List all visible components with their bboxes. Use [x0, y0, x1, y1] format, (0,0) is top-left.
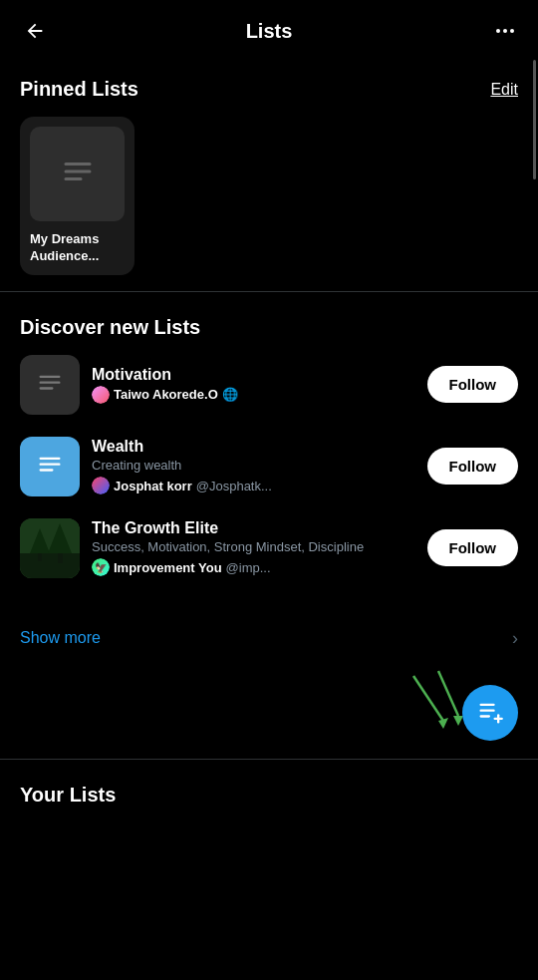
back-button[interactable]	[20, 16, 50, 46]
svg-marker-18	[438, 718, 448, 729]
dot2	[503, 29, 507, 33]
section-divider	[0, 291, 538, 292]
more-options-button[interactable]	[492, 25, 518, 37]
svg-rect-20	[480, 709, 495, 711]
list-thumbnail-wealth	[20, 437, 80, 496]
list-creator: Taiwo Akorede.O 🌐	[92, 386, 415, 404]
svg-rect-0	[64, 163, 91, 165]
show-more-row[interactable]: Show more ›	[0, 616, 538, 661]
creator-name: Josphat korr	[114, 479, 192, 493]
header: Lists	[0, 0, 538, 62]
list-desc: Success, Motivation, Strong Mindset, Dis…	[92, 539, 415, 554]
list-info-wealth: Wealth Creating wealth Josphat korr @Jos…	[92, 438, 415, 494]
svg-rect-10	[20, 553, 80, 578]
svg-rect-6	[40, 457, 61, 459]
creator-name: Improvement You	[114, 560, 222, 575]
create-list-button[interactable]	[462, 685, 518, 741]
chevron-right-icon: ›	[512, 628, 518, 649]
your-lists-title: Your Lists	[20, 784, 518, 807]
svg-rect-7	[40, 463, 61, 465]
pinned-list-card[interactable]: My DreamsAudience...	[20, 117, 134, 275]
fab-area	[0, 661, 538, 751]
svg-rect-4	[40, 381, 61, 383]
svg-rect-21	[480, 715, 491, 717]
list-creator: 🦅 Improvement You @imp...	[92, 558, 415, 576]
dot3	[510, 29, 514, 33]
svg-line-17	[413, 676, 443, 721]
list-info-growth: The Growth Elite Success, Motivation, St…	[92, 519, 415, 576]
list-name: Motivation	[92, 366, 415, 384]
follow-button-growth[interactable]: Follow	[427, 529, 519, 566]
pinned-lists-header: Pinned Lists Edit	[20, 78, 518, 101]
page-title: Lists	[246, 20, 293, 43]
pinned-lists-section: Pinned Lists Edit My DreamsAudience...	[0, 62, 538, 283]
list-desc: Creating wealth	[92, 458, 415, 473]
list-name: Wealth	[92, 438, 415, 456]
creator-handle: @imp...	[226, 560, 271, 575]
creator-avatar	[92, 386, 110, 404]
follow-button-wealth[interactable]: Follow	[427, 448, 519, 485]
svg-line-15	[438, 671, 458, 716]
creator-avatar	[92, 477, 110, 494]
svg-rect-8	[40, 469, 54, 471]
creator-name: Taiwo Akorede.O	[114, 387, 218, 402]
creator-handle: @Josphatk...	[196, 479, 272, 493]
dot1	[496, 29, 500, 33]
list-thumbnail-motivation	[20, 355, 80, 415]
discover-title: Discover new Lists	[20, 316, 518, 339]
your-lists-divider	[0, 759, 538, 760]
list-thumbnail-growth	[20, 518, 80, 578]
discover-section: Discover new Lists Motivation Taiwo Akor…	[0, 300, 538, 616]
emoji: 🌐	[222, 387, 238, 402]
list-info-motivation: Motivation Taiwo Akorede.O 🌐	[92, 366, 415, 404]
svg-rect-1	[64, 169, 91, 172]
follow-button-motivation[interactable]: Follow	[427, 366, 519, 403]
arrows-decoration	[359, 661, 478, 741]
svg-rect-3	[40, 375, 61, 377]
edit-button[interactable]: Edit	[490, 81, 518, 99]
pinned-lists-title: Pinned Lists	[20, 78, 138, 101]
scrollbar[interactable]	[533, 60, 536, 179]
list-creator: Josphat korr @Josphatk...	[92, 477, 415, 494]
creator-avatar: 🦅	[92, 558, 110, 576]
list-name: The Growth Elite	[92, 519, 415, 537]
pinned-list-label: My DreamsAudience...	[30, 231, 125, 265]
show-more-text: Show more	[20, 629, 101, 647]
your-lists-section: Your Lists	[0, 768, 538, 822]
svg-rect-13	[38, 553, 42, 561]
svg-rect-14	[58, 553, 63, 563]
list-item: Motivation Taiwo Akorede.O 🌐 Follow	[20, 355, 518, 415]
list-item: Wealth Creating wealth Josphat korr @Jos…	[20, 437, 518, 496]
svg-rect-19	[480, 703, 495, 705]
svg-rect-5	[40, 387, 54, 389]
pinned-list-icon	[30, 127, 125, 221]
list-item: The Growth Elite Success, Motivation, St…	[20, 518, 518, 578]
svg-rect-2	[64, 177, 82, 180]
